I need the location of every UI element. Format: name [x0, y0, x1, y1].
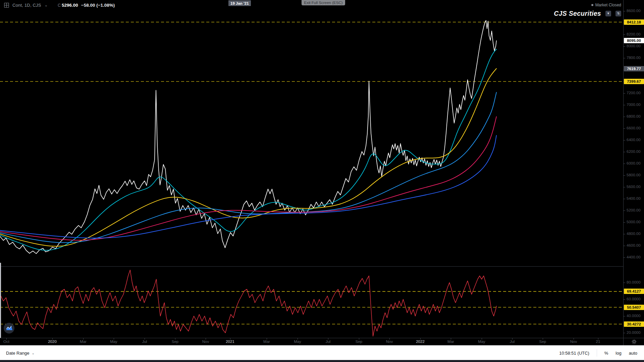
price-tick-label-dash	[624, 199, 625, 199]
chevron-down-icon[interactable]: ⌄	[32, 351, 34, 355]
ma-slowest-line	[0, 135, 496, 238]
price-tick-label-dash	[624, 35, 625, 35]
price-tick-label-dash	[624, 128, 625, 129]
panel-scrollbar[interactable]	[0, 263, 1, 345]
price-tick-label: 5800.00	[627, 173, 641, 177]
axis-value-badge: 69.4127	[624, 289, 644, 294]
market-status-label: Market Closed	[595, 3, 621, 7]
time-tick-label: Sep	[356, 340, 362, 344]
price-tick-label-dash	[624, 46, 625, 47]
oscillator-tick-label-dash	[624, 333, 625, 333]
market-status-dot-icon	[591, 4, 593, 6]
price-values: C 5296.00 −58.00 (−1.08%)	[58, 3, 115, 8]
chart-canvas[interactable]	[0, 0, 623, 345]
layout-grid-icon[interactable]	[4, 3, 9, 8]
price-tick-label-dash	[624, 246, 625, 246]
price-tick-label-dash	[624, 58, 625, 58]
price-tick-label: 6600.00	[627, 126, 641, 130]
brand-logo-text: CJS Securities	[554, 10, 601, 17]
price-tick-label: 5400.00	[627, 196, 641, 200]
price-tick-label-dash	[624, 93, 625, 94]
price-tick-label-dash	[624, 105, 625, 105]
price-tick-label: 4400.00	[627, 255, 641, 259]
oscillator-tick-label-dash	[624, 283, 625, 283]
price-tick-label-dash	[624, 140, 625, 140]
time-tick-label: Sep	[172, 340, 178, 344]
price-tick-label: 8000.00	[627, 44, 641, 48]
oscillator-line	[0, 270, 496, 337]
ma-fast-line	[0, 49, 496, 250]
exit-fullscreen-tooltip: Exit Full Screen (ESC)	[302, 0, 345, 5]
price-line	[0, 20, 496, 254]
oscillator-tick-label: 20.0000	[627, 330, 641, 335]
oscillator-tick-label: 80.0000	[627, 280, 641, 284]
price-tick-label: 5200.00	[627, 208, 641, 212]
market-status: Market Closed	[591, 3, 621, 7]
price-change: −58.00 (−1.08%)	[81, 3, 115, 8]
price-tick-label-dash	[624, 175, 625, 176]
price-tick-label-dash	[624, 210, 625, 211]
time-tick-label: 2022	[416, 340, 425, 344]
time-tick-label: 21	[596, 340, 600, 344]
time-tick-label: Mar	[80, 340, 87, 344]
chevron-down-icon[interactable]: ⌄	[45, 3, 48, 7]
time-tick-label: Jul	[510, 340, 515, 344]
price-tick-label: 7000.00	[627, 103, 641, 107]
price-tick-label-dash	[624, 152, 625, 152]
mountain-chart-icon	[4, 323, 14, 333]
axis-value-badge: 7619.77	[624, 66, 644, 71]
time-tick-label: Nov	[570, 340, 577, 344]
time-tick-label: Jul	[326, 340, 331, 344]
axis-value-badge: 7399.67	[624, 79, 644, 84]
date-range-button[interactable]: Date Range	[6, 351, 29, 356]
logo-button[interactable]	[4, 323, 14, 334]
price-tick-label-dash	[624, 11, 625, 11]
brand-row: CJS Securities ▼ ⇅	[554, 10, 621, 17]
time-tick-label: Mar	[263, 340, 270, 344]
price-tick-label: 4600.00	[627, 243, 641, 247]
toolbar-divider	[597, 349, 597, 357]
last-price: 5296.00	[62, 3, 78, 8]
time-tick-label: Nov	[386, 340, 393, 344]
price-tick-label-dash	[624, 222, 625, 223]
symbol-legend[interactable]: Cont, 1D, CJS ⌄ C 5296.00 −58.00 (−1.08%…	[4, 3, 115, 8]
symbol-name[interactable]: Cont, 1D, CJS	[12, 3, 41, 8]
price-tick-label: 5600.00	[627, 185, 641, 189]
bottom-toolbar: Date Range ⌄ 10:58:51 (UTC) % log auto	[0, 345, 644, 360]
price-axis[interactable]: 8600.008400.008200.008000.007800.007600.…	[623, 0, 644, 338]
axis-settings-corner[interactable]	[623, 338, 644, 345]
price-tick-label-dash	[624, 234, 625, 234]
time-tick-label: Jul	[142, 340, 147, 344]
price-tick-label: 7200.00	[627, 91, 641, 95]
price-tick-label-dash	[624, 164, 625, 164]
time-tick-label: May	[110, 340, 117, 344]
percent-scale-button[interactable]: %	[604, 351, 608, 356]
gear-icon[interactable]	[632, 339, 637, 344]
time-axis[interactable]: Oct2020MarMayJulSepNov2021MarMayJulSepNo…	[0, 338, 623, 345]
chart-application: Cont, 1D, CJS ⌄ C 5296.00 −58.00 (−1.08%…	[0, 0, 644, 362]
price-tick-label-dash	[624, 117, 625, 117]
price-tick-label: 8600.00	[627, 9, 641, 13]
time-tick-label: 2020	[48, 340, 57, 344]
price-tick-label: 6800.00	[627, 114, 641, 118]
ma-medium-line	[0, 92, 496, 242]
price-tick-label-dash	[624, 257, 625, 258]
window-edge	[0, 360, 644, 362]
axis-value-badge: 50.5407	[624, 305, 644, 310]
clock-utc[interactable]: 10:58:51 (UTC)	[559, 351, 589, 356]
time-tick-label: 2021	[226, 340, 234, 344]
axis-value-badge: 8412.18	[624, 19, 644, 25]
time-tick-label: Sep	[539, 340, 546, 344]
axis-value-badge: 8095.00	[624, 38, 644, 43]
ma-slow-line	[0, 117, 496, 240]
price-tick-label: 6400.00	[627, 138, 641, 142]
time-tick-label: Mar	[447, 340, 454, 344]
price-tick-label-dash	[624, 187, 625, 187]
oscillator-tick-label-dash	[624, 316, 625, 316]
resize-button[interactable]: ⇅	[615, 11, 621, 16]
price-tick-label: 8200.00	[627, 32, 641, 36]
log-scale-button[interactable]: log	[615, 351, 621, 356]
collapse-button[interactable]: ▼	[605, 11, 611, 16]
time-tick-label: Nov	[202, 340, 209, 344]
auto-scale-button[interactable]: auto	[629, 351, 637, 356]
